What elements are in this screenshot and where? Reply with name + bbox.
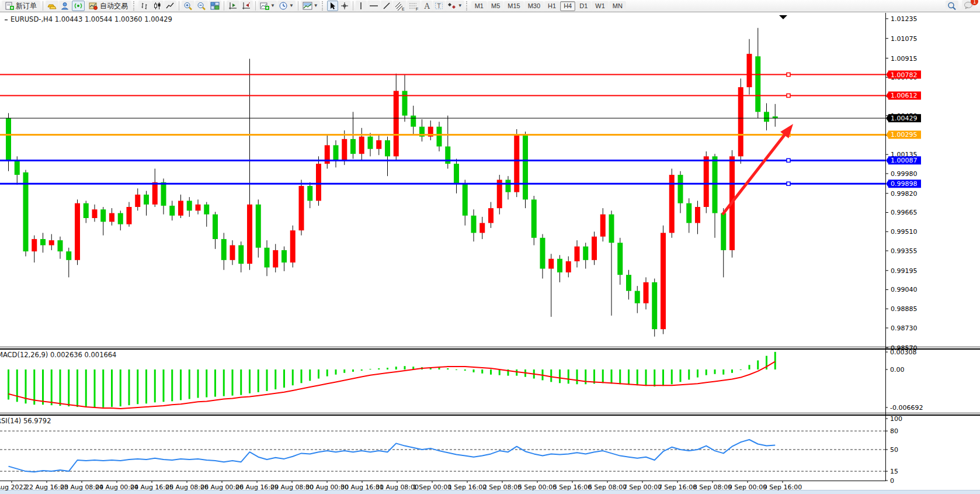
text-tool-button[interactable]: A [421,1,432,11]
crosshair-button[interactable] [339,1,350,11]
gold-button[interactable] [46,1,58,11]
candle [238,241,244,272]
candle [428,120,433,140]
toolbar-separator [43,1,43,11]
macd-histogram-bar [688,369,690,379]
chart-title: EURUSD-,H4 1.00443 1.00544 1.00360 1.004… [5,15,172,23]
candle [32,236,37,262]
bar-chart-button[interactable] [138,1,151,11]
macd-histogram-bar [171,369,173,401]
arrows-tool-button[interactable]: ▼ [446,1,464,11]
macd-histogram-bar [51,369,53,405]
candle [204,202,209,227]
chart-shift-marker[interactable] [779,15,787,19]
timeframe-w1-button[interactable]: W1 [592,1,609,11]
notification-badge[interactable]: 1 [971,0,978,5]
candle [273,244,278,272]
horizontal-line-tool-button[interactable] [367,1,380,11]
step-forward-chart-button[interactable] [240,1,253,11]
macd-histogram-bar [163,369,165,402]
fibonacci-tool-button[interactable]: F [407,1,421,11]
step-back-chart-button[interactable] [227,1,239,11]
chart-canvas[interactable]: 1.012351.010751.009151.007601.006051.004… [0,13,980,494]
candle [359,128,364,161]
macd-histogram-bar [568,369,569,384]
macd-histogram-bar [464,369,466,371]
cursor-button[interactable] [327,1,338,11]
text-label-tool-button[interactable]: T [433,1,445,11]
date-axis-label: 8 Sep 08:00 [693,483,732,491]
macd-histogram-bar [602,369,604,383]
add-indicator-button[interactable]: ▼ [258,1,277,11]
candle [669,169,675,238]
horizontal-line-icon [369,2,378,10]
price-lines-layer[interactable] [0,73,885,186]
new-order-icon [5,2,14,10]
price-line-handle[interactable] [787,182,790,185]
tile-windows-button[interactable] [208,1,221,11]
line-chart-button[interactable] [164,1,176,11]
zoom-in-button[interactable] [182,1,194,11]
macd-histogram-bar [240,369,242,395]
rsi-line [9,440,776,472]
timeframe-m5-button[interactable]: M5 [488,1,503,11]
candle [290,226,296,268]
candle [592,232,597,265]
candle [411,106,416,134]
macd-histogram-bar [189,369,190,399]
price-axis-tick-label: 0.98730 [891,324,918,332]
timeframe-m15-button[interactable]: M15 [504,1,523,11]
period-button[interactable]: ▼ [277,1,296,11]
candle [566,256,571,277]
macd-histogram-bar [456,369,457,370]
candle [169,201,175,220]
timeframe-h4-button[interactable]: H4 [560,1,575,11]
signals-button[interactable] [72,1,85,11]
svg-text:1.00429: 1.00429 [891,115,918,122]
line-chart-icon [166,2,175,10]
candle [333,140,339,167]
candle [652,278,657,336]
dropdown-caret-icon: ▼ [458,4,463,8]
price-line-axis-label: 1.00612 [886,91,921,99]
macd-histogram-bar [274,369,276,389]
price-line-handle[interactable] [787,158,790,162]
macd-histogram-bar [102,369,104,407]
candle [265,240,270,276]
new-order-button[interactable]: 新订单 [2,1,40,11]
timeframe-m1-button[interactable]: M1 [471,1,487,11]
price-line-handle[interactable] [787,73,790,77]
candlestick-chart-button[interactable] [151,1,164,11]
macd-histogram-bar [637,369,638,385]
macd-histogram-bar [335,369,337,375]
timeframe-mn-button[interactable]: MN [609,1,626,11]
candle [600,208,606,241]
candle [49,234,54,250]
candle [394,74,399,161]
timeframe-d1-button[interactable]: D1 [576,1,591,11]
timeframe-h1-button[interactable]: H1 [544,1,559,11]
template-button[interactable]: ▼ [301,1,320,11]
macd-histogram-bar [8,369,9,399]
macd-histogram-bar [576,369,578,384]
price-axis-tick-label: 1.01075 [891,35,918,43]
search-button[interactable] [946,1,958,11]
candle [548,254,554,317]
svg-text:1.00612: 1.00612 [891,92,918,99]
price-line-handle[interactable] [787,94,790,97]
macd-histogram-bar [731,369,733,373]
profile-button[interactable] [59,1,71,11]
add-indicator-icon [260,2,269,10]
trendline-tool-button[interactable] [381,1,392,11]
zoom-out-button[interactable] [195,1,208,11]
macd-histogram-bar [516,369,517,376]
vertical-line-tool-button[interactable] [356,1,367,11]
svg-text:1.00782: 1.00782 [891,71,918,79]
rsi-indicator-label: RSI(14) 56.9792 [0,417,51,425]
macd-histogram-bar [154,369,156,402]
timeframe-m30-button[interactable]: M30 [524,1,544,11]
auto-trading-button[interactable]: 自动交易 [85,1,131,11]
candle [557,255,562,282]
macd-histogram-bar [619,369,621,384]
equidistant-channel-tool-button[interactable]: E [393,1,406,11]
